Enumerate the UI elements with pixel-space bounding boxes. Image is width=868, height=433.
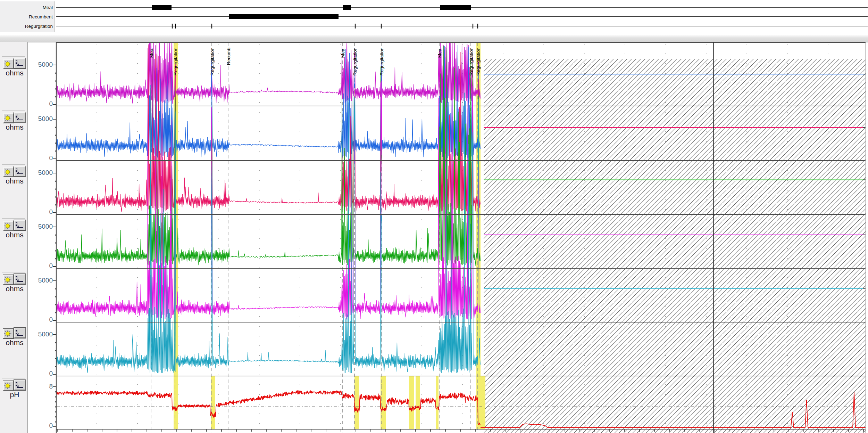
y-axis-min-label: 0 <box>37 316 53 324</box>
impedance-5-trace <box>57 47 480 319</box>
y-axis-min-label: 0 <box>37 422 53 430</box>
event-label: Regurgitation <box>379 48 384 75</box>
event-label: Regurgitation <box>476 48 481 75</box>
event-label: Meal <box>437 48 442 58</box>
no-data-hatch-region <box>484 59 866 433</box>
y-axis-min-label: 0 <box>37 100 53 108</box>
signal-traces <box>57 38 481 425</box>
y-axis-min-label: 0 <box>37 208 53 216</box>
highlight-band <box>482 376 485 429</box>
event-label: Regurgitation <box>352 48 358 75</box>
impedance-1-trace <box>57 38 480 104</box>
y-axis-min-label: 0 <box>37 370 53 377</box>
y-axis-max-label: 5000 <box>37 277 53 284</box>
event-label: Regurgitation <box>173 48 178 75</box>
y-axis-max-label: 5000 <box>37 223 53 230</box>
event-label: Meal <box>149 48 154 58</box>
y-axis-min-label: 0 <box>37 262 53 270</box>
recording-plot-area[interactable]: 50000500005000050000500005000080MealRegu… <box>0 0 868 433</box>
event-label: Recumb <box>226 48 231 65</box>
y-axis-max-label: 8 <box>37 383 53 390</box>
y-axis-max-label: 5000 <box>37 61 53 68</box>
event-label: Regurgitation <box>469 48 474 75</box>
event-label: Regurgitation <box>210 48 215 75</box>
impedance-3-trace <box>57 45 480 212</box>
impedance-2-trace <box>57 45 480 158</box>
y-axis-max-label: 5000 <box>37 330 53 338</box>
event-labels: MealRegurgitationRegurgitationRecumbMeal… <box>149 48 481 75</box>
y-axis-max-label: 5000 <box>37 115 53 123</box>
recording-svg: MealRegurgitationRegurgitationRecumbMeal… <box>0 0 868 433</box>
y-axis-min-label: 0 <box>37 154 53 162</box>
impedance-4-trace <box>57 46 480 266</box>
y-axis-max-label: 5000 <box>37 169 53 177</box>
event-label: Meal <box>340 48 345 58</box>
impedance-6-trace <box>57 85 480 373</box>
